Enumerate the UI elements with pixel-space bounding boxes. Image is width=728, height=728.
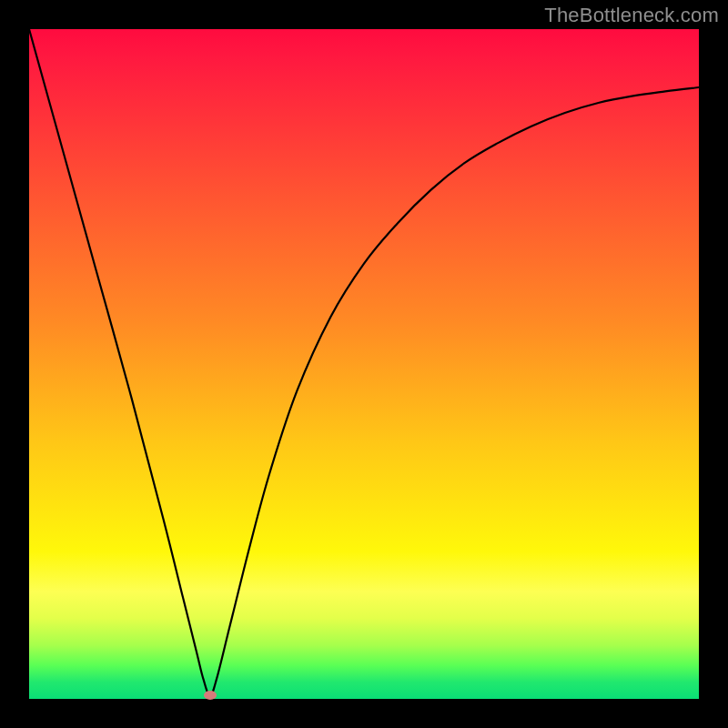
plot-area [29,29,699,699]
watermark-text: TheBottleneck.com [544,4,719,27]
chart-frame: TheBottleneck.com [0,0,728,728]
bottleneck-curve [29,29,699,699]
minimum-marker [204,691,217,700]
